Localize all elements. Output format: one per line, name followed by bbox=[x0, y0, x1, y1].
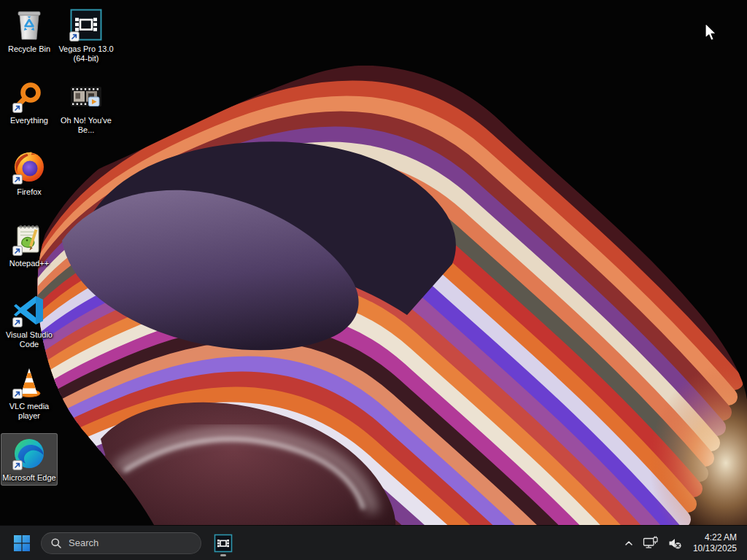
desktop-icon-recycle-bin[interactable]: Recycle Bin bbox=[1, 4, 58, 57]
windows-logo-icon bbox=[13, 534, 31, 552]
desktop-icon-label: Microsoft Edge bbox=[2, 473, 55, 483]
desktop-icon-microsoft-edge[interactable]: Microsoft Edge bbox=[1, 433, 58, 486]
desktop-icon-vegas-pro[interactable]: Vegas Pro 13.0 (64-bit) bbox=[58, 4, 115, 66]
running-app-indicator bbox=[220, 554, 226, 556]
desktop-icon-label: Firefox bbox=[17, 187, 42, 197]
desktop-icon-oh-no-video[interactable]: Oh No! You've Be... bbox=[58, 76, 115, 138]
desktop-icon-label: Oh No! You've Be... bbox=[58, 116, 114, 135]
recycle-bin-icon bbox=[12, 7, 47, 42]
desktop-icon-visual-studio-code[interactable]: Visual Studio Code bbox=[1, 290, 58, 352]
desktop-icon-label: VLC media player bbox=[1, 402, 57, 421]
taskbar-clock[interactable]: 4:22 AM 10/13/2025 bbox=[693, 532, 737, 554]
desktop-surface[interactable]: Recycle Bin Vegas Pro 13.0 (64-bit) bbox=[0, 0, 747, 525]
firefox-icon bbox=[12, 150, 47, 185]
desktop-icon-label: Notepad++ bbox=[9, 259, 49, 268]
desktop-icon-notepad-plus-plus[interactable]: Notepad++ bbox=[1, 219, 58, 271]
desktop-icon-vlc[interactable]: VLC media player bbox=[1, 362, 58, 424]
taskbar-search[interactable]: Search bbox=[41, 532, 201, 554]
taskbar-app-vegas-pro[interactable] bbox=[209, 529, 238, 558]
network-ethernet-icon bbox=[643, 536, 659, 551]
system-tray: 4:22 AM 10/13/2025 bbox=[620, 526, 747, 560]
desktop-icon-everything[interactable]: Everything bbox=[1, 76, 58, 128]
desktop-icon-label: Vegas Pro 13.0 (64-bit) bbox=[58, 44, 114, 63]
volume-muted-icon bbox=[667, 536, 682, 551]
desktop-icon-firefox[interactable]: Firefox bbox=[1, 147, 58, 200]
vlc-icon bbox=[12, 365, 47, 400]
desktop-icon-label: Visual Studio Code bbox=[1, 330, 57, 349]
video-file-icon bbox=[69, 79, 104, 114]
clock-date: 10/13/2025 bbox=[693, 543, 737, 554]
desktop-icon-label: Recycle Bin bbox=[8, 44, 50, 54]
notepad-plus-plus-icon bbox=[12, 222, 47, 257]
clock-time: 4:22 AM bbox=[693, 532, 737, 543]
taskbar: Search bbox=[0, 525, 747, 560]
hidden-icons-chevron[interactable] bbox=[620, 529, 638, 558]
start-button[interactable] bbox=[7, 529, 36, 558]
search-icon bbox=[50, 537, 62, 549]
everything-search-icon bbox=[12, 79, 47, 114]
chevron-up-icon bbox=[624, 538, 634, 548]
vegas-pro-taskbar-icon bbox=[214, 534, 233, 553]
microsoft-edge-icon bbox=[12, 436, 47, 471]
vegas-pro-icon bbox=[69, 7, 104, 42]
network-button[interactable] bbox=[639, 529, 662, 558]
volume-button[interactable] bbox=[664, 529, 686, 558]
search-placeholder: Search bbox=[69, 537, 98, 548]
visual-studio-code-icon bbox=[12, 293, 47, 328]
desktop-icon-label: Everything bbox=[10, 116, 48, 125]
